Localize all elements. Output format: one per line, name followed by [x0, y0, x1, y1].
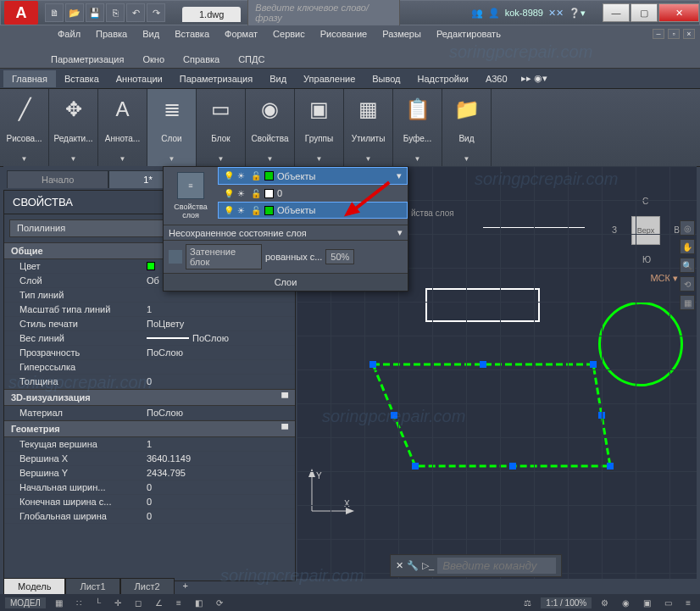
layer-props-button[interactable]: ≡ Свойства слоя — [164, 167, 218, 225]
menu-format[interactable]: Формат — [223, 27, 259, 41]
prop-val[interactable]: 0 — [147, 482, 295, 492]
save-icon[interactable]: 💾 — [86, 3, 104, 22]
snap-icon[interactable]: ∷ — [72, 597, 86, 608]
panel-menu-icon[interactable]: ▼ — [200, 153, 242, 164]
prop-val[interactable]: ПоЦвету — [147, 319, 295, 329]
cycling-icon[interactable]: ⟳ — [212, 597, 227, 608]
otrack-icon[interactable]: ∠ — [151, 597, 167, 608]
orbit-icon[interactable]: ⟲ — [680, 276, 695, 292]
circle-object[interactable] — [598, 302, 683, 386]
prop-row[interactable]: Вершина Y2434.795 — [4, 466, 295, 480]
bulb-icon[interactable]: 💡 — [224, 189, 234, 198]
lock-icon[interactable]: 🔓 — [251, 206, 261, 215]
panel-[interactable]: A Аннота... ▼ — [98, 89, 147, 166]
doc-max-icon[interactable]: ▫ — [668, 29, 680, 39]
prop-val[interactable]: 0 — [147, 376, 295, 386]
prop-row[interactable]: Вес линий ПоСлою — [4, 331, 295, 346]
user-label[interactable]: kok-8989 — [505, 8, 543, 18]
prop-row[interactable]: МатериалПоСлою — [4, 406, 295, 420]
layer-row[interactable]: 💡 ☀ 🔓 0 — [218, 185, 408, 202]
lock-icon[interactable]: 🔓 — [251, 171, 261, 181]
tab-insert[interactable]: Вставка — [56, 70, 108, 87]
close-button[interactable]: ✕ — [658, 3, 699, 22]
minimize-button[interactable]: — — [603, 3, 630, 22]
bulb-icon[interactable]: 💡 — [224, 206, 234, 215]
panel-[interactable]: ◉ Свойства ▼ — [246, 89, 295, 166]
customize-status-icon[interactable]: ≡ — [681, 597, 695, 608]
panel-menu-icon[interactable]: ▼ — [446, 153, 487, 164]
tab-output[interactable]: Вывод — [364, 70, 408, 87]
panel-menu-icon[interactable]: ▼ — [3, 153, 45, 164]
menu-dimensions[interactable]: Размеры — [381, 27, 423, 41]
prop-val[interactable]: 3640.1149 — [147, 453, 295, 464]
signin-icon[interactable]: 👤 — [488, 8, 500, 19]
prop-val[interactable]: 0 — [147, 511, 295, 521]
panel-[interactable]: 📋 Буфе... ▼ — [393, 89, 442, 166]
xref-fade-input[interactable]: Затенение блок — [186, 244, 262, 269]
lock-icon[interactable]: 🔓 — [251, 189, 261, 198]
customize-icon[interactable]: ✕ — [396, 560, 403, 571]
color-swatch[interactable] — [264, 206, 274, 215]
tab-addins[interactable]: Надстройки — [409, 70, 477, 87]
panel-[interactable]: ▣ Группы ▼ — [295, 89, 344, 166]
layer-panel-footer[interactable]: Слои — [164, 273, 408, 291]
rectangle-object[interactable] — [425, 288, 540, 322]
recent-icon[interactable]: 🔧 — [407, 560, 419, 571]
panel-[interactable]: 📁 Вид ▼ — [442, 89, 492, 166]
color-swatch[interactable] — [264, 189, 274, 198]
layout-tab-1[interactable]: Лист1 — [65, 578, 119, 595]
zoom-icon[interactable]: 🔍 — [680, 258, 695, 273]
tab-a360[interactable]: A360 — [477, 70, 516, 87]
lineweight-icon[interactable]: ≡ — [172, 597, 186, 608]
wheel-icon[interactable]: ◎ — [680, 220, 695, 236]
add-layout-button[interactable]: + — [175, 578, 197, 595]
open-icon[interactable]: 📂 — [65, 3, 84, 22]
prop-row[interactable]: Гиперссылка — [4, 360, 295, 375]
prop-row[interactable]: Начальная ширин...0 — [4, 480, 295, 495]
gear-icon[interactable]: ⚙ — [597, 597, 613, 608]
clean-icon[interactable]: ▭ — [660, 597, 676, 608]
undo-icon[interactable]: ↶ — [126, 3, 145, 22]
menu-parametric[interactable]: Параметризация — [49, 53, 125, 66]
command-input[interactable] — [437, 558, 556, 574]
hardware-icon[interactable]: ▣ — [639, 597, 655, 608]
prop-group[interactable]: 3D-визуализация▀ — [4, 389, 295, 406]
panel-menu-icon[interactable]: ▼ — [397, 153, 438, 164]
ortho-icon[interactable]: └ — [91, 597, 105, 608]
prop-val[interactable] — [147, 362, 295, 372]
color-swatch[interactable] — [264, 171, 274, 181]
prop-val[interactable]: ПоСлою — [147, 408, 295, 418]
sun-icon[interactable]: ☀ — [237, 189, 247, 198]
osnap-icon[interactable]: ◻ — [131, 597, 146, 608]
menu-edit[interactable]: Правка — [94, 27, 129, 41]
coord-system-label[interactable]: МСК ▾ — [650, 273, 678, 284]
showmotion-icon[interactable]: ▦ — [680, 295, 695, 310]
prop-row[interactable]: Текущая вершина1 — [4, 437, 295, 452]
panel-menu-icon[interactable]: ▼ — [53, 153, 94, 164]
panel-menu-icon[interactable]: ▼ — [347, 153, 389, 164]
menu-file[interactable]: Файл — [56, 27, 82, 41]
layer-row[interactable]: 💡 ☀ 🔓 Объекты▾ — [218, 167, 408, 185]
prop-val[interactable]: 0 — [147, 497, 295, 507]
panel-[interactable]: ╱ Рисова... ▼ — [0, 89, 49, 166]
layer-state-selector[interactable]: Несохраненное состояние слоя ▾ — [164, 225, 408, 240]
tab-manage[interactable]: Управление — [295, 70, 364, 87]
panel-[interactable]: ▭ Блок ▼ — [197, 89, 246, 166]
prop-row[interactable]: Толщина0 — [4, 375, 295, 389]
panel-[interactable]: ▦ Утилиты ▼ — [344, 89, 393, 166]
document-tab[interactable]: 1.dwg — [182, 7, 241, 22]
prop-row[interactable]: Стиль печатиПоЦвету — [4, 317, 295, 331]
layout-tab-2[interactable]: Лист2 — [120, 578, 175, 595]
menu-spds[interactable]: СПДС — [236, 53, 266, 66]
new-icon[interactable]: 🗎 — [45, 3, 64, 22]
menu-view[interactable]: Вид — [141, 27, 161, 41]
tab-view[interactable]: Вид — [261, 70, 295, 87]
menu-help[interactable]: Справка — [181, 53, 221, 66]
panel-menu-icon[interactable]: ▼ — [102, 153, 143, 164]
layout-tab-model[interactable]: Модель — [3, 578, 65, 595]
prop-row[interactable]: Конечная ширина с...0 — [4, 495, 295, 509]
menu-window[interactable]: Окно — [141, 53, 166, 66]
properties-body[interactable]: Общие▀ЦветСлойОбТип линийМасштаб типа ли… — [4, 242, 295, 581]
prop-group[interactable]: Геометрия▀ — [4, 420, 295, 437]
layer-row[interactable]: 💡 ☀ 🔓 Объекты — [218, 202, 408, 219]
